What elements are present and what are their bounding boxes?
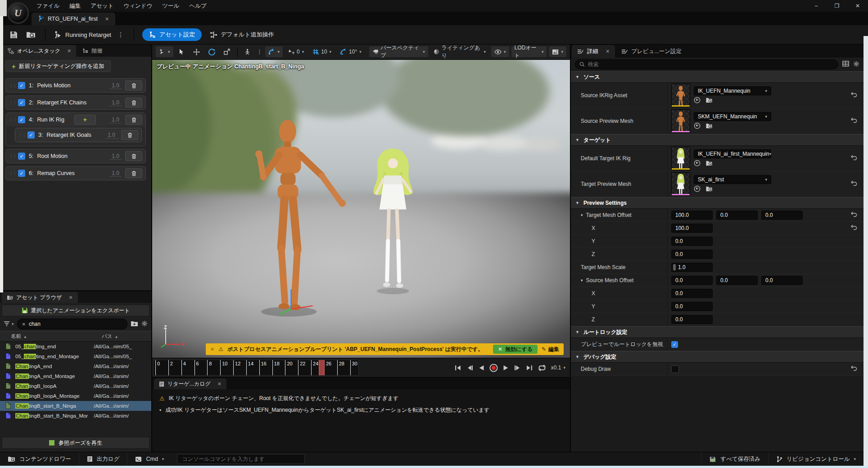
tab-hierarchy[interactable]: 階層 bbox=[77, 45, 107, 57]
asset-row[interactable]: ChantingA_end/All/Ga...i/anim/ bbox=[0, 361, 151, 371]
menu-item-3[interactable]: ウィンドウ bbox=[118, 0, 157, 12]
screenshot-dropdown[interactable]: ▾ bbox=[549, 46, 566, 57]
column-path[interactable]: パス▲ bbox=[100, 333, 151, 340]
section-header-デバッグ設定[interactable]: ▼デバッグ設定 bbox=[571, 351, 863, 363]
scale-tool-icon[interactable] bbox=[221, 46, 233, 57]
play-reference-pose-button[interactable]: 参照ポーズを再生 bbox=[2, 437, 149, 449]
checkbox[interactable]: ✓ bbox=[671, 341, 678, 348]
op-weight-field[interactable]: 1.0 bbox=[109, 82, 122, 89]
op-weight-field[interactable]: 1.0 bbox=[109, 117, 122, 123]
details-search-input[interactable]: 検索 bbox=[575, 59, 838, 69]
op-weight-field[interactable]: 1.0 bbox=[109, 153, 122, 160]
reset-to-default-button[interactable] bbox=[851, 212, 858, 219]
more-options-icon[interactable]: ⋮ bbox=[116, 31, 126, 38]
asset-row[interactable]: ChantingB_loopA_Montage/All/Ga...i/anim/ bbox=[0, 391, 151, 401]
use-selected-asset-icon[interactable] bbox=[694, 122, 701, 130]
browse-to-asset-icon[interactable] bbox=[705, 186, 713, 193]
use-selected-asset-icon[interactable] bbox=[694, 160, 701, 168]
section-header-ソース[interactable]: ▼ソース bbox=[571, 71, 863, 83]
section-header-ターゲット[interactable]: ▼ターゲット bbox=[571, 134, 863, 146]
lighting-mode-dropdown[interactable]: ライティングあり ▾ bbox=[430, 46, 489, 57]
browse-to-asset-icon[interactable] bbox=[705, 160, 713, 167]
save-status-button[interactable]: すべて保存済み bbox=[701, 452, 768, 466]
op-row-pelvis-motion[interactable]: ⋮⋮✓1:Pelvis Motion1.0 bbox=[5, 78, 146, 93]
use-selected-asset-icon[interactable] bbox=[694, 185, 701, 194]
op-row-retarget-fk-chains[interactable]: ⋮⋮✓2:Retarget FK Chains1.0 bbox=[5, 95, 146, 110]
timeline-ruler[interactable]: 024681012141618202224262830 bbox=[153, 360, 359, 376]
number-input[interactable]: 1.0 bbox=[671, 263, 713, 272]
maximize-button[interactable]: ❐ bbox=[827, 0, 847, 12]
asset-thumbnail[interactable] bbox=[671, 109, 690, 133]
asset-row[interactable]: ChantingA_end_Montage/All/Ga...i/anim/ bbox=[0, 371, 151, 381]
number-input[interactable]: 100.0 bbox=[671, 224, 713, 233]
tab-op-stack[interactable]: オペレ...スタック ✕ bbox=[3, 45, 76, 57]
vector-component-input[interactable]: 100.0 bbox=[671, 211, 713, 220]
op-row-remap-curves[interactable]: ⋮⋮✓6:Remap Curves1.0 bbox=[5, 166, 146, 180]
asset-thumbnail[interactable] bbox=[671, 172, 690, 196]
drag-handle-icon[interactable]: ⋮⋮ bbox=[9, 117, 14, 122]
op-enabled-checkbox[interactable]: ✓ bbox=[18, 82, 25, 89]
revision-control-dropdown[interactable]: リビジョンコントロール ▾ bbox=[768, 452, 863, 466]
unreal-logo-icon[interactable]: U bbox=[7, 2, 29, 24]
viewport-3d-scene[interactable]: プレビュー中 アニメーション ChantingB_start_B_Ninga Z… bbox=[152, 60, 570, 358]
asset-select-dropdown[interactable]: SKM_UEFN_Mannequin▾ bbox=[694, 112, 771, 121]
settings-gear-icon[interactable] bbox=[141, 320, 148, 328]
running-retarget-button[interactable]: Running Retarget bbox=[54, 31, 111, 39]
slider-knob[interactable] bbox=[673, 264, 676, 270]
use-selected-asset-icon[interactable] bbox=[694, 97, 701, 105]
select-tool-icon[interactable] bbox=[176, 46, 188, 57]
asset-search-input[interactable]: ✕ chan bbox=[17, 319, 127, 329]
section-header-Preview Settings[interactable]: ▼Preview Settings bbox=[571, 197, 863, 209]
section-header-ルートロック設定[interactable]: ▼ルートロック設定 bbox=[571, 326, 863, 338]
op-row-retarget-ik-goals[interactable]: ⋮⋮✓3:Retarget IK Goals1.0 bbox=[15, 128, 142, 142]
browse-to-asset-button[interactable] bbox=[24, 29, 37, 40]
asset-row[interactable]: ChantingB_loopA/All/Ga...i/anim/ bbox=[0, 381, 151, 391]
tab-preview-scene-settings[interactable]: プレビュ...ーン設定 bbox=[616, 45, 687, 58]
reset-to-default-button[interactable] bbox=[851, 92, 858, 99]
save-button[interactable] bbox=[7, 29, 20, 40]
vector-component-input[interactable]: 0.0 bbox=[716, 276, 758, 285]
column-view-icon[interactable] bbox=[842, 61, 849, 68]
drag-handle-icon[interactable]: ⋮⋮ bbox=[9, 154, 14, 158]
move-tool-icon[interactable] bbox=[190, 46, 203, 57]
lod-dropdown[interactable]: LODオート ▾ bbox=[511, 46, 547, 57]
drag-handle-icon[interactable]: ⋮⋮ bbox=[9, 100, 14, 105]
delete-op-button[interactable] bbox=[125, 151, 142, 161]
rotation-snap-dropdown[interactable]: 10° ▾ bbox=[337, 46, 365, 57]
menu-item-4[interactable]: ツール bbox=[157, 0, 184, 12]
delete-op-button[interactable] bbox=[125, 168, 142, 178]
show-flags-dropdown[interactable]: ▾ bbox=[491, 46, 509, 57]
tab-asset-browser[interactable]: アセット ブラウザ ✕ bbox=[2, 292, 78, 303]
number-input[interactable]: 0.0 bbox=[671, 302, 713, 311]
warning-close-icon[interactable]: ✕ bbox=[210, 346, 214, 352]
console-command-input[interactable]: コンソールコマンドを入力します bbox=[177, 454, 305, 464]
tab-close-icon[interactable]: ✕ bbox=[217, 381, 222, 387]
delete-op-button[interactable] bbox=[125, 81, 142, 90]
rotate-tool-icon[interactable] bbox=[205, 46, 218, 57]
details-settings-gear-icon[interactable] bbox=[853, 61, 859, 68]
asset-select-dropdown[interactable]: SK_ai_first▾ bbox=[694, 175, 771, 184]
reset-to-default-button[interactable] bbox=[851, 117, 858, 125]
browse-to-asset-icon[interactable] bbox=[705, 123, 713, 130]
record-button[interactable] bbox=[489, 364, 498, 372]
number-input[interactable]: 0.0 bbox=[671, 289, 713, 298]
tab-rtg-uefn-ai-first[interactable]: RTG_UEFN_ai_first ✕ bbox=[32, 13, 115, 25]
go-to-end-button[interactable] bbox=[526, 365, 533, 371]
menu-item-2[interactable]: アセット bbox=[86, 0, 118, 12]
asset-select-dropdown[interactable]: IK_UEFN_ai_first_Mannequin▾ bbox=[694, 149, 771, 158]
tab-close-icon[interactable]: ✕ bbox=[105, 16, 109, 22]
tab-close-icon[interactable]: ✕ bbox=[67, 48, 71, 54]
save-search-folder-icon[interactable] bbox=[131, 320, 138, 328]
delete-op-button[interactable] bbox=[125, 115, 142, 125]
add-retarget-op-button[interactable]: + 新規リターゲティング操作を追加 bbox=[5, 60, 111, 72]
play-reverse-button[interactable] bbox=[478, 365, 484, 371]
menu-item-5[interactable]: ヘルプ bbox=[184, 0, 211, 12]
menu-item-1[interactable]: 編集 bbox=[64, 0, 86, 12]
asset-row[interactable]: 05_chanting_end_Montage/All/Ga...nim/05_ bbox=[0, 351, 151, 361]
column-name[interactable]: 名前▲ bbox=[0, 333, 100, 340]
minimize-button[interactable]: – bbox=[806, 0, 827, 12]
drag-handle-icon[interactable]: ⋮⋮ bbox=[9, 171, 14, 176]
add-ik-goal-button[interactable]: + bbox=[74, 115, 96, 125]
tab-close-icon[interactable]: ✕ bbox=[69, 295, 73, 301]
cmd-dropdown[interactable]: Cmd ▾ bbox=[127, 452, 172, 466]
